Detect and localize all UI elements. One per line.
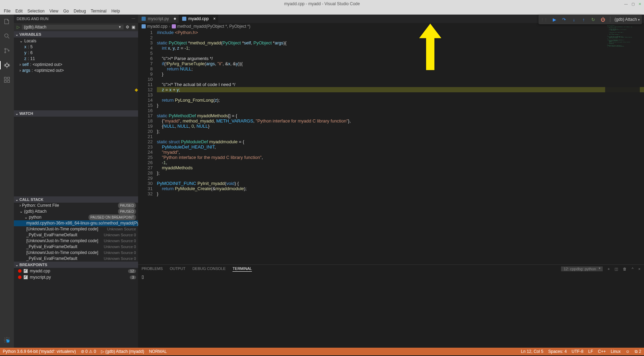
status-cursor[interactable]: Ln 12, Col 5 <box>521 349 543 354</box>
checkbox-icon[interactable] <box>24 269 28 273</box>
terminal-body[interactable]: ▯ <box>138 273 644 348</box>
menu-selection[interactable]: Selection <box>25 9 47 14</box>
maximize-icon[interactable]: ▢ <box>631 2 635 6</box>
debug-config-select[interactable]: (gdb) Attach▼ <box>22 25 124 29</box>
cpp-file-icon <box>182 17 186 21</box>
thread-gdb-attach[interactable]: ⌄ (gdb) AttachPAUSED <box>14 209 138 214</box>
breakpoint-dot-icon <box>18 276 22 279</box>
svg-rect-10 <box>142 17 146 21</box>
maximize-panel-icon[interactable]: ^ <box>632 267 633 271</box>
svg-point-3 <box>8 50 9 51</box>
tab-myadd[interactable]: myadd.cpp × <box>179 15 219 23</box>
menu-view[interactable]: View <box>47 9 61 14</box>
stack-frame[interactable]: [Unknown/Just-In-Time compiled code]Unkn… <box>14 250 138 256</box>
menu-help[interactable]: Help <box>109 9 122 14</box>
minimize-icon[interactable]: — <box>624 2 628 6</box>
status-language[interactable]: C++ <box>598 349 606 354</box>
status-vim-mode[interactable]: NORMAL <box>149 349 167 354</box>
var-self[interactable]: ›self:<optimized out> <box>19 62 138 68</box>
watch-header[interactable]: ⌄WATCH <box>14 110 138 117</box>
status-debug-target[interactable]: ▷ (gdb) Attach (myadd) <box>101 349 144 354</box>
files-icon[interactable] <box>3 17 11 26</box>
step-out-icon[interactable]: ↑ <box>581 17 586 22</box>
status-encoding[interactable]: UTF-8 <box>571 349 583 354</box>
bp-row[interactable]: myadd.cpp12 <box>14 268 138 274</box>
play-icon[interactable]: ▷ <box>17 25 20 29</box>
var-args[interactable]: ›args:<optimized out> <box>19 68 138 74</box>
scope-locals[interactable]: ⌄Locals <box>19 38 138 44</box>
close-panel-icon[interactable]: × <box>638 267 641 271</box>
status-os[interactable]: Linux <box>611 349 621 354</box>
tab-problems[interactable]: PROBLEMS <box>142 266 163 271</box>
menu-file[interactable]: File <box>1 9 13 14</box>
menu-terminal[interactable]: Terminal <box>88 9 109 14</box>
thread-python[interactable]: ⌄ pythonPAUSED ON BREAKPOINT <box>14 214 138 220</box>
stack-frame[interactable]: [Unknown/Just-In-Time compiled code]Unkn… <box>14 238 138 244</box>
gear-icon[interactable]: 1 <box>3 336 11 344</box>
variables-header[interactable]: ⌄VARIABLES <box>14 31 138 37</box>
modified-icon <box>174 18 176 20</box>
split-terminal-icon[interactable]: ◫ <box>615 267 618 271</box>
stack-frame[interactable]: myadd.cpython-36m-x86_64-linux-gnu.so!me… <box>14 220 138 226</box>
thread-python-current[interactable]: › Python: Current FilePAUSED <box>14 203 138 209</box>
method-icon <box>172 24 176 28</box>
statusbar: Python 3.6.9 64-bit ('myadd': virtualenv… <box>0 348 644 355</box>
tab-myscript[interactable]: myscript.py <box>138 15 179 23</box>
stack-frame[interactable]: _PyEval_EvalFrameDefaultUnknown Source 0 <box>14 256 138 262</box>
menu-edit[interactable]: Edit <box>13 9 25 14</box>
step-over-icon[interactable]: ↷ <box>561 17 567 22</box>
trash-icon[interactable]: 🗑 <box>623 267 627 271</box>
menu-go[interactable]: Go <box>61 9 71 14</box>
restart-icon[interactable]: ↻ <box>591 17 596 22</box>
tab-output[interactable]: OUTPUT <box>170 266 185 271</box>
python-file-icon <box>142 17 146 21</box>
terminal-select[interactable]: 12: cppdbg: python▼ <box>561 266 603 271</box>
close-icon[interactable]: ✕ <box>638 2 642 6</box>
step-into-icon[interactable]: ↓ <box>571 17 577 22</box>
add-terminal-icon[interactable]: + <box>608 267 610 271</box>
status-notifications[interactable]: ⧉ 2 <box>635 349 641 354</box>
disconnect-icon[interactable]: ⏻ <box>600 17 606 22</box>
debug-config-label[interactable]: (gdb) Attach ▾ <box>615 17 640 22</box>
status-indent[interactable]: Spaces: 4 <box>548 349 567 354</box>
close-icon[interactable]: × <box>213 16 215 21</box>
stack-frame[interactable]: _PyEval_EvalFrameDefaultUnknown Source 0 <box>14 244 138 250</box>
checkbox-icon[interactable] <box>24 275 28 279</box>
callstack-header[interactable]: ⌄CALL STACK <box>14 196 138 203</box>
status-errors[interactable]: ⊘ 0 ⚠ 0 <box>81 349 96 354</box>
breakpoints-header[interactable]: ⌄BREAKPOINTS <box>14 262 138 268</box>
status-feedback-icon[interactable]: ☺ <box>626 349 630 354</box>
svg-rect-12 <box>142 24 146 28</box>
minimap[interactable]: #include <Python.h> static PyObject *met… <box>605 23 640 189</box>
console-icon[interactable]: ▣ <box>132 25 135 29</box>
svg-rect-6 <box>8 77 10 79</box>
tab-terminal[interactable]: TERMINAL <box>232 266 252 272</box>
menu-debug[interactable]: Debug <box>71 9 88 14</box>
stack-frame[interactable]: [Unknown/Just-In-Time compiled code]Unkn… <box>14 226 138 232</box>
breakpoint-dot-icon <box>18 269 22 273</box>
titlebar: myadd.cpp - myadd - Visual Studio Code —… <box>0 0 644 8</box>
code-editor[interactable]: 1234567891011◆12131415161718192021222324… <box>138 30 644 264</box>
continue-icon[interactable]: ▶ <box>552 17 557 22</box>
search-icon[interactable] <box>3 32 11 40</box>
menubar[interactable]: File Edit Selection View Go Debug Termin… <box>0 8 644 15</box>
status-python-env[interactable]: Python 3.6.9 64-bit ('myadd': virtualenv… <box>3 349 76 354</box>
drag-handle-icon[interactable]: ⋮⋮ <box>541 18 548 22</box>
svg-rect-7 <box>5 80 7 83</box>
extensions-icon[interactable] <box>3 76 11 84</box>
stack-frame[interactable]: _PyEval_EvalFrameDefaultUnknown Source 0 <box>14 232 138 238</box>
sidebar-title: DEBUG AND RUN <box>17 17 49 21</box>
debug-icon[interactable] <box>3 61 11 69</box>
debug-toolbar[interactable]: ⋮⋮ ▶ ↷ ↓ ↑ ↻ ⏻ (gdb) Attach ▾ <box>539 15 642 24</box>
var-z[interactable]: z:11 <box>24 56 138 62</box>
bp-row[interactable]: myscript.py3 <box>14 274 138 280</box>
var-x[interactable]: x:5 <box>24 44 138 50</box>
gear-icon[interactable]: ⚙ <box>126 25 129 29</box>
svg-rect-11 <box>182 17 186 21</box>
scm-icon[interactable] <box>3 46 11 55</box>
bottom-panel: PROBLEMS OUTPUT DEBUG CONSOLE TERMINAL 1… <box>138 264 644 348</box>
var-y[interactable]: y:6 <box>24 50 138 56</box>
tab-debug-console[interactable]: DEBUG CONSOLE <box>192 266 226 271</box>
status-eol[interactable]: LF <box>588 349 593 354</box>
more-icon[interactable]: ⋯ <box>132 17 135 21</box>
